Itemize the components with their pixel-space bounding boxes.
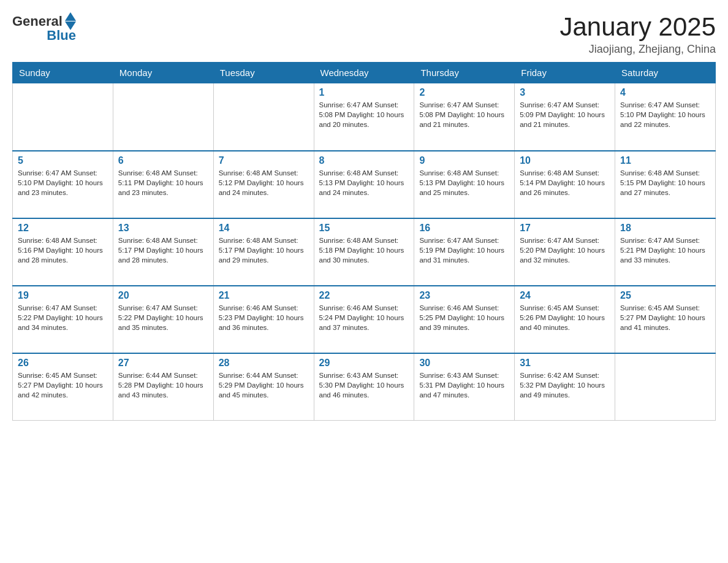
day-number: 11 — [620, 155, 710, 166]
day-number: 5 — [18, 155, 108, 166]
day-info: Sunrise: 6:46 AM Sunset: 5:25 PM Dayligh… — [419, 303, 509, 332]
day-info: Sunrise: 6:46 AM Sunset: 5:24 PM Dayligh… — [319, 303, 409, 332]
day-info: Sunrise: 6:47 AM Sunset: 5:20 PM Dayligh… — [520, 236, 610, 265]
calendar-cell: 1Sunrise: 6:47 AM Sunset: 5:08 PM Daylig… — [314, 83, 414, 151]
day-number: 30 — [419, 358, 509, 369]
calendar-cell: 19Sunrise: 6:47 AM Sunset: 5:22 PM Dayli… — [13, 286, 113, 353]
day-info: Sunrise: 6:48 AM Sunset: 5:17 PM Dayligh… — [118, 236, 208, 265]
day-number: 24 — [520, 290, 610, 301]
day-number: 4 — [620, 87, 710, 98]
calendar-cell: 4Sunrise: 6:47 AM Sunset: 5:10 PM Daylig… — [615, 83, 716, 151]
calendar-week-row: 12Sunrise: 6:48 AM Sunset: 5:16 PM Dayli… — [13, 218, 716, 286]
calendar-cell: 25Sunrise: 6:45 AM Sunset: 5:27 PM Dayli… — [615, 286, 716, 353]
day-number: 2 — [419, 87, 509, 98]
day-number: 14 — [219, 223, 309, 234]
day-number: 7 — [219, 155, 309, 166]
calendar-cell — [615, 353, 716, 421]
day-info: Sunrise: 6:47 AM Sunset: 5:10 PM Dayligh… — [620, 100, 710, 129]
calendar-header-tuesday: Tuesday — [213, 63, 314, 83]
day-info: Sunrise: 6:43 AM Sunset: 5:30 PM Dayligh… — [319, 370, 409, 400]
day-info: Sunrise: 6:48 AM Sunset: 5:15 PM Dayligh… — [620, 168, 710, 197]
calendar-cell: 30Sunrise: 6:43 AM Sunset: 5:31 PM Dayli… — [414, 353, 515, 421]
day-number: 25 — [620, 290, 710, 301]
calendar-cell: 20Sunrise: 6:47 AM Sunset: 5:22 PM Dayli… — [113, 286, 213, 353]
day-info: Sunrise: 6:48 AM Sunset: 5:13 PM Dayligh… — [419, 168, 509, 197]
day-info: Sunrise: 6:45 AM Sunset: 5:27 PM Dayligh… — [620, 303, 710, 332]
day-info: Sunrise: 6:48 AM Sunset: 5:11 PM Dayligh… — [118, 168, 208, 197]
month-title: January 2025 — [559, 12, 716, 42]
calendar-header-friday: Friday — [515, 63, 615, 83]
calendar-week-row: 1Sunrise: 6:47 AM Sunset: 5:08 PM Daylig… — [13, 83, 716, 151]
day-number: 29 — [319, 358, 409, 369]
day-info: Sunrise: 6:47 AM Sunset: 5:21 PM Dayligh… — [620, 236, 710, 265]
day-number: 17 — [520, 223, 610, 234]
calendar-header-monday: Monday — [113, 63, 213, 83]
calendar-week-row: 5Sunrise: 6:47 AM Sunset: 5:10 PM Daylig… — [13, 151, 716, 218]
calendar-cell: 18Sunrise: 6:47 AM Sunset: 5:21 PM Dayli… — [615, 218, 716, 286]
day-number: 6 — [118, 155, 208, 166]
calendar-cell: 29Sunrise: 6:43 AM Sunset: 5:30 PM Dayli… — [314, 353, 414, 421]
day-number: 12 — [18, 223, 108, 234]
day-number: 10 — [520, 155, 610, 166]
day-number: 20 — [118, 290, 208, 301]
calendar-table: SundayMondayTuesdayWednesdayThursdayFrid… — [12, 62, 716, 421]
day-number: 8 — [319, 155, 409, 166]
day-number: 9 — [419, 155, 509, 166]
day-info: Sunrise: 6:47 AM Sunset: 5:10 PM Dayligh… — [18, 168, 108, 197]
day-number: 16 — [419, 223, 509, 234]
day-number: 15 — [319, 223, 409, 234]
calendar-cell: 10Sunrise: 6:48 AM Sunset: 5:14 PM Dayli… — [515, 151, 615, 218]
calendar-cell: 7Sunrise: 6:48 AM Sunset: 5:12 PM Daylig… — [213, 151, 314, 218]
day-info: Sunrise: 6:47 AM Sunset: 5:09 PM Dayligh… — [520, 100, 610, 129]
calendar-cell: 13Sunrise: 6:48 AM Sunset: 5:17 PM Dayli… — [113, 218, 213, 286]
day-number: 3 — [520, 87, 610, 98]
calendar-header-sunday: Sunday — [13, 63, 113, 83]
calendar-cell: 6Sunrise: 6:48 AM Sunset: 5:11 PM Daylig… — [113, 151, 213, 218]
day-number: 23 — [419, 290, 509, 301]
day-info: Sunrise: 6:44 AM Sunset: 5:29 PM Dayligh… — [219, 370, 309, 400]
day-info: Sunrise: 6:44 AM Sunset: 5:28 PM Dayligh… — [118, 370, 208, 400]
day-info: Sunrise: 6:47 AM Sunset: 5:19 PM Dayligh… — [419, 236, 509, 265]
calendar-cell — [13, 83, 113, 151]
calendar-cell: 11Sunrise: 6:48 AM Sunset: 5:15 PM Dayli… — [615, 151, 716, 218]
calendar-header-wednesday: Wednesday — [314, 63, 414, 83]
day-info: Sunrise: 6:42 AM Sunset: 5:32 PM Dayligh… — [520, 370, 610, 400]
logo: General Blue — [12, 12, 76, 44]
day-info: Sunrise: 6:48 AM Sunset: 5:14 PM Dayligh… — [520, 168, 610, 197]
title-section: January 2025 Jiaojiang, Zhejiang, China — [559, 12, 716, 56]
calendar-cell: 8Sunrise: 6:48 AM Sunset: 5:13 PM Daylig… — [314, 151, 414, 218]
day-number: 21 — [219, 290, 309, 301]
day-info: Sunrise: 6:48 AM Sunset: 5:13 PM Dayligh… — [319, 168, 409, 197]
calendar-cell: 24Sunrise: 6:45 AM Sunset: 5:26 PM Dayli… — [515, 286, 615, 353]
day-info: Sunrise: 6:48 AM Sunset: 5:16 PM Dayligh… — [18, 236, 108, 265]
day-number: 31 — [520, 358, 610, 369]
calendar-cell: 28Sunrise: 6:44 AM Sunset: 5:29 PM Dayli… — [213, 353, 314, 421]
calendar-cell: 21Sunrise: 6:46 AM Sunset: 5:23 PM Dayli… — [213, 286, 314, 353]
day-info: Sunrise: 6:45 AM Sunset: 5:26 PM Dayligh… — [520, 303, 610, 332]
calendar-cell: 5Sunrise: 6:47 AM Sunset: 5:10 PM Daylig… — [13, 151, 113, 218]
day-info: Sunrise: 6:47 AM Sunset: 5:22 PM Dayligh… — [118, 303, 208, 332]
calendar-cell: 23Sunrise: 6:46 AM Sunset: 5:25 PM Dayli… — [414, 286, 515, 353]
logo-triangle-up — [65, 12, 76, 21]
logo-blue: Blue — [47, 28, 76, 44]
day-number: 28 — [219, 358, 309, 369]
calendar-cell: 22Sunrise: 6:46 AM Sunset: 5:24 PM Dayli… — [314, 286, 414, 353]
day-number: 26 — [18, 358, 108, 369]
day-info: Sunrise: 6:45 AM Sunset: 5:27 PM Dayligh… — [18, 370, 108, 400]
day-info: Sunrise: 6:47 AM Sunset: 5:22 PM Dayligh… — [18, 303, 108, 332]
calendar-cell: 26Sunrise: 6:45 AM Sunset: 5:27 PM Dayli… — [13, 353, 113, 421]
day-number: 18 — [620, 223, 710, 234]
day-info: Sunrise: 6:48 AM Sunset: 5:17 PM Dayligh… — [219, 236, 309, 265]
calendar-cell: 16Sunrise: 6:47 AM Sunset: 5:19 PM Dayli… — [414, 218, 515, 286]
calendar-cell: 9Sunrise: 6:48 AM Sunset: 5:13 PM Daylig… — [414, 151, 515, 218]
day-number: 13 — [118, 223, 208, 234]
day-number: 1 — [319, 87, 409, 98]
day-number: 22 — [319, 290, 409, 301]
logo-general: General — [12, 13, 63, 29]
calendar-cell — [213, 83, 314, 151]
day-number: 19 — [18, 290, 108, 301]
calendar-header-saturday: Saturday — [615, 63, 716, 83]
calendar-cell: 12Sunrise: 6:48 AM Sunset: 5:16 PM Dayli… — [13, 218, 113, 286]
location: Jiaojiang, Zhejiang, China — [559, 43, 716, 56]
calendar-cell: 15Sunrise: 6:48 AM Sunset: 5:18 PM Dayli… — [314, 218, 414, 286]
